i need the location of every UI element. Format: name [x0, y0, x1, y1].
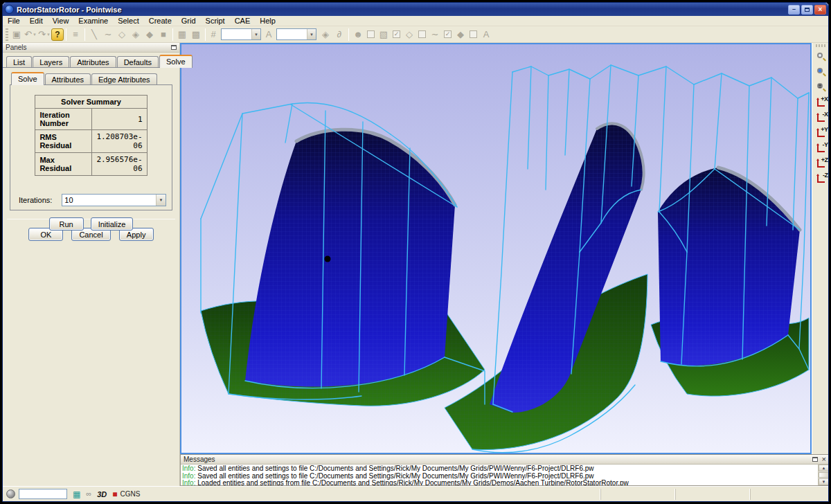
initialize-button[interactable]: Initialize: [91, 217, 134, 231]
subtab-solve[interactable]: Solve: [11, 72, 44, 85]
menu-edit[interactable]: Edit: [25, 16, 48, 26]
close-button[interactable]: ×: [814, 5, 826, 15]
redo-button[interactable]: ↷▼: [37, 28, 51, 42]
tab-layers[interactable]: Layers: [33, 56, 69, 68]
solve-cell-button[interactable]: ◈: [319, 28, 332, 42]
create-domain-button[interactable]: ◇: [115, 28, 129, 42]
view-minus-y-button[interactable]: -Y: [814, 141, 829, 155]
shaded-cube-button[interactable]: ▧: [377, 28, 391, 42]
view-plus-x-button[interactable]: +X: [814, 95, 829, 109]
iterations-combo-arrow-icon[interactable]: ▼: [156, 195, 166, 206]
domain-visibility-checkbox[interactable]: [418, 30, 426, 38]
zoom-box-button[interactable]: [814, 64, 829, 79]
view-plus-z-button[interactable]: +Z: [814, 156, 829, 170]
view-toolbar: +X -X +Y -Y +Z -Z: [812, 43, 829, 454]
menu-cae[interactable]: CAE: [230, 16, 256, 26]
messages-panel: Messages × Info: Saved all entities and …: [180, 454, 829, 486]
structured-grid-button[interactable]: ▦: [175, 28, 189, 42]
restore-button[interactable]: [801, 5, 813, 15]
rms-residual-value: 1.208703e-06: [92, 130, 147, 153]
dimension-combo[interactable]: ▼: [221, 28, 261, 40]
scroll-up-icon[interactable]: ▲: [819, 465, 829, 471]
dimension-button[interactable]: #: [208, 28, 219, 42]
spacing-combo-arrow-icon[interactable]: ▼: [307, 29, 316, 39]
app-globe-icon: [5, 5, 14, 14]
toolbar-separator: [66, 28, 66, 41]
save-button[interactable]: ▣: [10, 28, 24, 42]
status-cell: [600, 489, 675, 500]
menu-script[interactable]: Script: [201, 16, 230, 26]
help-button[interactable]: ?: [51, 28, 64, 41]
menu-examine[interactable]: Examine: [73, 16, 113, 26]
log-level: Info:: [182, 465, 195, 472]
check-icon: ✓: [445, 31, 451, 37]
log-text: Loaded entities and settings from file C…: [195, 479, 628, 485]
spacing-button[interactable]: A: [263, 28, 274, 42]
solve-subtabs: Solve Attributes Edge Attributes: [3, 73, 179, 85]
assemble-button[interactable]: ◆: [143, 28, 157, 42]
dimension-combo-input[interactable]: [222, 30, 251, 39]
hybrid-grid-icon: ▩: [192, 29, 200, 39]
tab-solve[interactable]: Solve: [159, 55, 193, 68]
scroll-down-icon[interactable]: ▼: [819, 478, 829, 485]
block-visibility-checkbox[interactable]: ✓: [393, 30, 400, 38]
tab-defaults[interactable]: Defaults: [117, 56, 159, 68]
minimize-button[interactable]: –: [788, 5, 800, 15]
menu-create[interactable]: Create: [144, 16, 177, 26]
curve-button[interactable]: ∼: [428, 28, 442, 42]
title-bar[interactable]: RotorStatorRotor - Pointwise – ×: [3, 3, 828, 16]
spacing-combo[interactable]: ▼: [276, 28, 316, 40]
tab-list[interactable]: List: [6, 56, 32, 68]
scroll-thumb[interactable]: [819, 472, 829, 478]
display-viewport[interactable]: [180, 43, 812, 454]
undo-button[interactable]: ↶▼: [24, 28, 37, 42]
mask-icon: ☻: [353, 29, 363, 39]
menu-help[interactable]: Help: [255, 16, 280, 26]
messages-float-icon[interactable]: [812, 457, 818, 462]
iterations-input[interactable]: [62, 196, 156, 204]
create-spline-button[interactable]: ∼: [101, 28, 115, 42]
menu-view[interactable]: View: [48, 16, 74, 26]
iterations-combo[interactable]: ▼: [62, 194, 166, 206]
log-text: Saved all entities and settings to file …: [195, 472, 593, 480]
menu-grid[interactable]: Grid: [177, 16, 201, 26]
panels-float-icon[interactable]: [171, 45, 177, 50]
messages-log[interactable]: Info: Saved all entities and settings to…: [181, 465, 818, 485]
create-connector-button[interactable]: ╲: [87, 28, 101, 42]
flat-domain-button[interactable]: ◇: [402, 28, 416, 42]
messages-scrollbar[interactable]: ▲ ▼: [818, 465, 829, 485]
view-toolbar-grip[interactable]: [816, 44, 827, 47]
boundary-button[interactable]: ∂: [332, 28, 346, 42]
create-block-button[interactable]: ■: [157, 28, 170, 42]
tab-attributes[interactable]: Attributes: [70, 56, 116, 68]
view-plus-y-button[interactable]: +Y: [814, 125, 829, 140]
status-input[interactable]: [19, 489, 67, 499]
view-minus-x-button[interactable]: -X: [814, 110, 829, 125]
create-meshed-domain-button[interactable]: ◈: [129, 28, 143, 42]
link-icon: ∞: [86, 490, 91, 498]
help-icon: ?: [55, 30, 60, 39]
toolbar-grip[interactable]: [6, 28, 8, 41]
curve-icon: ∼: [431, 29, 439, 39]
zoom-button[interactable]: [814, 49, 829, 64]
subtab-edge-attributes[interactable]: Edge Attributes: [91, 73, 157, 85]
menu-file[interactable]: File: [3, 16, 25, 26]
hybrid-grid-button[interactable]: ▩: [189, 28, 203, 42]
subtab-attributes[interactable]: Attributes: [45, 73, 91, 85]
annotation-button[interactable]: A: [479, 28, 493, 42]
menu-select[interactable]: Select: [113, 16, 144, 26]
messages-close-icon[interactable]: ×: [822, 456, 826, 463]
zoom-extents-button[interactable]: [814, 80, 829, 94]
diamond-button[interactable]: ◆: [454, 28, 467, 42]
mask-checkbox[interactable]: [367, 30, 375, 38]
mask-button[interactable]: ☻: [351, 28, 365, 42]
annotation-visibility-checkbox[interactable]: [470, 30, 477, 38]
layers-button[interactable]: ≡: [69, 28, 82, 42]
dimension-combo-arrow-icon[interactable]: ▼: [251, 29, 260, 39]
connector-visibility-checkbox[interactable]: ✓: [444, 30, 452, 38]
screen: RotorStatorRotor - Pointwise – × File Ed…: [0, 0, 831, 504]
spacing-icon: A: [266, 29, 272, 39]
spacing-combo-input[interactable]: [277, 30, 307, 39]
view-minus-z-button[interactable]: -Z: [814, 171, 829, 186]
run-button[interactable]: Run: [49, 217, 84, 231]
